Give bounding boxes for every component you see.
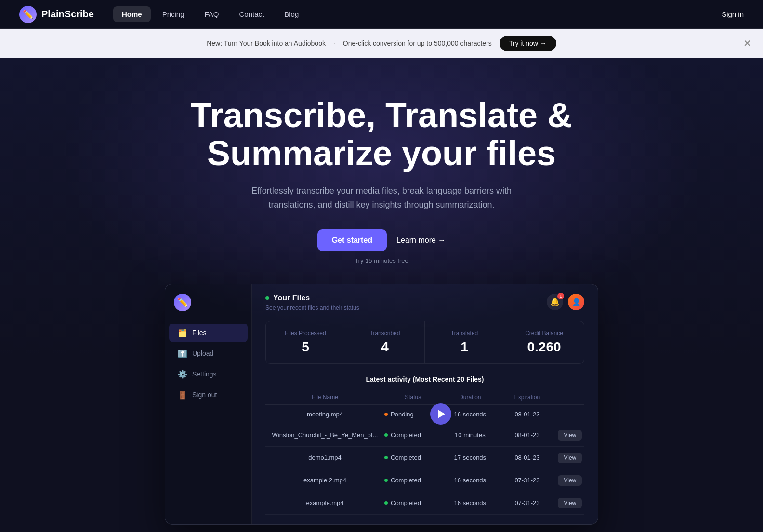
row-status: Completed bbox=[384, 454, 442, 461]
stats-row: Files Processed 5 Transcribed 4 Translat… bbox=[265, 321, 584, 364]
row-filename: demo1.mp4 bbox=[265, 454, 384, 461]
view-button[interactable]: View bbox=[558, 430, 582, 441]
sidebar-item-files[interactable]: 🗂️ Files bbox=[169, 324, 248, 342]
hero-buttons: Get started Learn more → bbox=[19, 229, 744, 251]
row-actions[interactable]: View bbox=[556, 430, 584, 441]
status-dot-completed bbox=[384, 501, 388, 505]
navbar: ✏️ PlainScribe Home Pricing FAQ Contact … bbox=[0, 0, 763, 29]
row-expiration: 08-01-23 bbox=[499, 454, 556, 461]
col-filename: File Name bbox=[265, 394, 384, 401]
online-indicator bbox=[265, 296, 269, 300]
row-filename: example.mp4 bbox=[265, 499, 384, 506]
table-row: Winston_Churchil_-_Be_Ye_Men_of... Compl… bbox=[265, 424, 584, 447]
hero-title: Transcribe, Translate & Summarize your f… bbox=[189, 96, 574, 172]
row-status: Completed bbox=[384, 499, 442, 506]
row-status: Completed bbox=[384, 477, 442, 484]
view-button[interactable]: View bbox=[558, 498, 582, 508]
stat-label-credit: Credit Balance bbox=[514, 330, 574, 337]
table-row: example.mp4 Completed 16 seconds 07-31-2… bbox=[265, 492, 584, 515]
app-preview: ✏️ 🗂️ Files ⬆️ Upload ⚙️ Settings 🚪 Sign… bbox=[165, 284, 598, 525]
row-expiration: 07-31-23 bbox=[499, 499, 556, 506]
view-button[interactable]: View bbox=[558, 475, 582, 486]
files-title: Your Files bbox=[273, 294, 310, 302]
app-main-content: Your Files See your recent files and the… bbox=[252, 284, 598, 524]
play-icon bbox=[438, 410, 445, 418]
col-actions bbox=[556, 394, 584, 401]
signin-link[interactable]: Sign in bbox=[722, 10, 744, 18]
sidebar-files-label: Files bbox=[192, 329, 207, 337]
status-dot-completed bbox=[384, 433, 388, 437]
sidebar-item-signout[interactable]: 🚪 Sign out bbox=[169, 386, 248, 404]
row-expiration: 08-01-23 bbox=[499, 431, 556, 439]
upload-icon: ⬆️ bbox=[178, 349, 187, 358]
table-row: example 2.mp4 Completed 16 seconds 07-31… bbox=[265, 469, 584, 492]
learn-more-link[interactable]: Learn more → bbox=[396, 236, 446, 245]
row-expiration: 07-31-23 bbox=[499, 477, 556, 484]
stat-transcribed: Transcribed 4 bbox=[345, 321, 425, 363]
col-duration: Duration bbox=[442, 394, 499, 401]
status-dot-completed bbox=[384, 479, 388, 482]
row-actions[interactable]: View bbox=[556, 475, 584, 486]
notification-button[interactable]: 🔔 1 bbox=[547, 294, 563, 310]
sidebar-item-upload[interactable]: ⬆️ Upload bbox=[169, 344, 248, 363]
stat-label-translated: Translated bbox=[434, 330, 494, 337]
logo-text: PlainScribe bbox=[41, 9, 94, 20]
logo[interactable]: ✏️ PlainScribe bbox=[19, 6, 94, 23]
nav-links: Home Pricing FAQ Contact Blog bbox=[113, 6, 722, 22]
row-duration: 16 seconds bbox=[442, 477, 499, 484]
activity-header: Latest activity (Most Recent 20 Files) bbox=[265, 376, 584, 383]
header-icons: 🔔 1 👤 bbox=[547, 294, 584, 310]
play-button[interactable] bbox=[430, 403, 451, 425]
row-actions[interactable]: View bbox=[556, 498, 584, 508]
sidebar-signout-label: Sign out bbox=[192, 391, 217, 399]
stat-translated: Translated 1 bbox=[425, 321, 504, 363]
app-inner: ✏️ 🗂️ Files ⬆️ Upload ⚙️ Settings 🚪 Sign… bbox=[165, 284, 598, 524]
announcement-bar: New: Turn Your Book into an Audiobook · … bbox=[0, 29, 763, 58]
stat-label-files: Files Processed bbox=[276, 330, 335, 337]
row-expiration: 08-01-23 bbox=[499, 411, 556, 418]
try-now-button[interactable]: Try it now → bbox=[500, 36, 556, 51]
notification-badge: 1 bbox=[557, 293, 564, 299]
row-filename: meeting.mp4 bbox=[265, 411, 384, 418]
sidebar-item-settings[interactable]: ⚙️ Settings bbox=[169, 365, 248, 384]
status-dot-completed bbox=[384, 456, 388, 459]
col-expiration: Expiration bbox=[499, 394, 556, 401]
announcement-separator: · bbox=[333, 39, 335, 47]
col-status: Status bbox=[384, 394, 442, 401]
files-title-area: Your Files See your recent files and the… bbox=[265, 294, 359, 311]
sidebar-upload-label: Upload bbox=[192, 350, 213, 357]
announcement-description: One-click conversion for up to 500,000 c… bbox=[343, 39, 492, 47]
row-duration: 16 seconds bbox=[442, 499, 499, 506]
table-header: File Name Status Duration Expiration bbox=[265, 390, 584, 405]
close-announcement-button[interactable]: ✕ bbox=[743, 38, 751, 49]
files-header: Your Files See your recent files and the… bbox=[265, 294, 584, 311]
table-row: demo1.mp4 Completed 17 seconds 08-01-23 … bbox=[265, 447, 584, 469]
table-row: meeting.mp4 Pending 16 seconds 08-01-23 bbox=[265, 405, 584, 424]
nav-blog[interactable]: Blog bbox=[276, 6, 307, 22]
row-duration: 17 seconds bbox=[442, 454, 499, 461]
row-status: Completed bbox=[384, 431, 442, 439]
files-subtitle: See your recent files and their status bbox=[265, 304, 359, 311]
files-title-row: Your Files bbox=[265, 294, 359, 302]
stat-value-files: 5 bbox=[276, 339, 335, 355]
stat-value-credit: 0.260 bbox=[514, 339, 574, 355]
row-actions[interactable]: View bbox=[556, 453, 584, 463]
hero-section: Transcribe, Translate & Summarize your f… bbox=[0, 58, 763, 532]
sidebar-settings-label: Settings bbox=[192, 370, 217, 378]
stat-value-transcribed: 4 bbox=[355, 339, 415, 355]
try-free-text: Try 15 minutes free bbox=[19, 257, 744, 264]
view-button[interactable]: View bbox=[558, 453, 582, 463]
announcement-prefix: New: Turn Your Book into an Audiobook bbox=[207, 39, 326, 47]
status-dot-pending bbox=[384, 413, 388, 416]
stat-value-translated: 1 bbox=[434, 339, 494, 355]
signout-icon: 🚪 bbox=[178, 390, 187, 400]
nav-home[interactable]: Home bbox=[113, 6, 151, 22]
user-avatar[interactable]: 👤 bbox=[568, 294, 584, 310]
nav-pricing[interactable]: Pricing bbox=[154, 6, 193, 22]
nav-faq[interactable]: FAQ bbox=[196, 6, 227, 22]
nav-contact[interactable]: Contact bbox=[231, 6, 273, 22]
sidebar-logo-icon: ✏️ bbox=[174, 294, 191, 311]
get-started-button[interactable]: Get started bbox=[317, 229, 387, 251]
stat-label-transcribed: Transcribed bbox=[355, 330, 415, 337]
row-filename: example 2.mp4 bbox=[265, 477, 384, 484]
